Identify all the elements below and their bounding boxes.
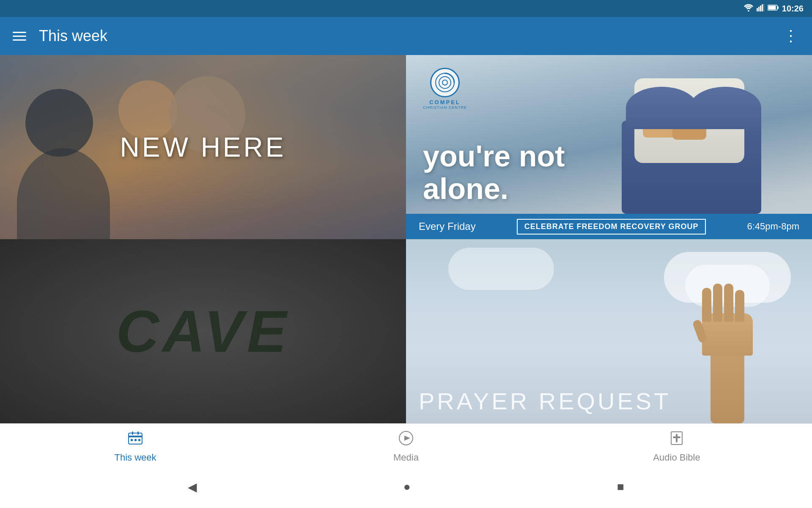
nav-media[interactable]: Media: [271, 431, 541, 463]
svg-rect-3: [760, 6, 761, 11]
hamburger-line-1: [13, 32, 26, 33]
svg-rect-16: [131, 439, 133, 441]
status-bar: 10:26: [0, 0, 812, 17]
svg-rect-12: [129, 433, 142, 444]
svg-point-0: [748, 10, 749, 11]
system-nav: ◀ ● ■: [0, 470, 812, 504]
battery-icon: [768, 4, 779, 13]
status-time: 10:26: [782, 4, 804, 14]
wifi-icon: [744, 4, 753, 13]
compel-logo-subtext: CHRISTIAN CENTRE: [423, 105, 467, 110]
svg-point-11: [442, 80, 447, 85]
svg-rect-7: [768, 6, 776, 10]
content-grid: NEW HERE: [0, 55, 812, 423]
page-title: This week: [39, 27, 107, 45]
app-bar: This week ⋮: [0, 17, 812, 55]
signal-icon: [757, 4, 764, 13]
back-button[interactable]: ◀: [188, 480, 197, 494]
calendar-icon: [128, 431, 143, 450]
svg-rect-14: [132, 431, 133, 435]
svg-rect-18: [138, 439, 140, 441]
status-icons: 10:26: [744, 4, 804, 14]
hamburger-line-2: [13, 36, 26, 37]
compel-logo-name: COMPEL: [429, 99, 461, 105]
svg-point-10: [439, 77, 451, 88]
event-name: CELEBRATE FREEDOM RECOVERY GROUP: [517, 219, 706, 235]
nav-this-week[interactable]: This week: [0, 431, 271, 463]
svg-marker-20: [404, 436, 410, 441]
more-menu-button[interactable]: ⋮: [783, 27, 799, 45]
not-alone-text: you're notalone.: [423, 140, 795, 205]
svg-rect-15: [137, 431, 139, 435]
svg-rect-13: [129, 436, 142, 437]
card-new-here[interactable]: NEW HERE: [0, 55, 406, 239]
svg-rect-23: [673, 436, 680, 438]
bottom-nav: This week Media Audio Bible: [0, 423, 812, 470]
prayer-text: PRAYER REQUEST: [419, 387, 671, 415]
hamburger-line-3: [13, 39, 26, 41]
home-button[interactable]: ●: [403, 480, 411, 494]
svg-rect-8: [777, 6, 779, 9]
nav-audio-bible[interactable]: Audio Bible: [541, 431, 812, 463]
recents-button[interactable]: ■: [617, 480, 624, 494]
svg-rect-4: [762, 4, 763, 11]
event-day: Every Friday: [419, 221, 476, 232]
svg-rect-5: [763, 4, 764, 11]
card-cave[interactable]: CAVE: [0, 239, 406, 423]
card-not-alone[interactable]: COMPEL CHRISTIAN CENTRE you're notalone.…: [406, 55, 812, 239]
hamburger-menu-button[interactable]: [13, 32, 26, 41]
nav-media-label: Media: [393, 452, 419, 463]
cave-text: CAVE: [116, 297, 290, 366]
compel-logo: COMPEL CHRISTIAN CENTRE: [423, 68, 467, 110]
nav-audio-bible-label: Audio Bible: [653, 452, 700, 463]
new-here-text: NEW HERE: [120, 132, 286, 163]
cross-book-icon: [669, 431, 684, 450]
play-circle-icon: [398, 431, 414, 450]
svg-rect-1: [757, 8, 758, 11]
nav-this-week-label: This week: [114, 452, 156, 463]
svg-rect-17: [134, 439, 137, 441]
event-banner[interactable]: Every Friday CELEBRATE FREEDOM RECOVERY …: [406, 214, 812, 239]
compel-logo-circle: [430, 68, 460, 97]
event-time: 6:45pm-8pm: [747, 221, 799, 232]
svg-rect-2: [758, 7, 760, 11]
card-prayer[interactable]: PRAYER REQUEST: [406, 239, 812, 423]
